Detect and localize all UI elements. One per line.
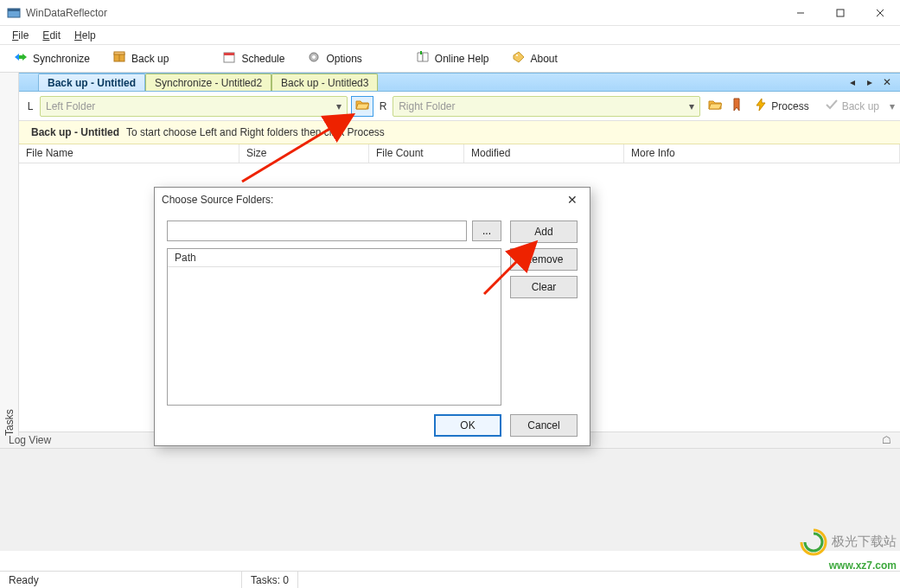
tab-prev-button[interactable]: ◂ — [846, 76, 859, 88]
close-button[interactable] — [860, 0, 900, 26]
dialog-title: Choose Source Folders: — [162, 194, 273, 206]
toolbar-schedule-label: Schedule — [241, 53, 284, 65]
dialog-path-header[interactable]: Path — [168, 249, 501, 267]
tab-backup-untitled[interactable]: Back up - Untitled — [38, 74, 145, 91]
dialog-remove-button[interactable]: Remove — [510, 248, 578, 271]
menu-edit[interactable]: Edit — [35, 28, 67, 43]
toolbar-options[interactable]: Options — [303, 48, 365, 68]
toolbar-online-help-label: Online Help — [435, 53, 489, 65]
col-more-info[interactable]: More Info — [624, 144, 900, 163]
folder-open-icon — [708, 98, 722, 114]
hint-text: To start choose Left and Right folders t… — [126, 126, 385, 138]
svg-point-14 — [312, 55, 316, 59]
left-folder-browse-button[interactable] — [351, 96, 373, 117]
tag-icon — [512, 50, 526, 67]
tab-label: Back up - Untitled — [48, 77, 136, 89]
backup-button[interactable]: Back up — [820, 96, 884, 116]
lightning-icon — [754, 98, 768, 114]
toolbar-schedule[interactable]: Schedule — [219, 48, 288, 68]
left-folder-placeholder: Left Folder — [46, 100, 95, 112]
tab-backup-untitled3[interactable]: Back up - Untitled3 — [271, 74, 378, 91]
process-button[interactable]: Process — [749, 96, 814, 116]
tab-synchronize-untitled2[interactable]: Synchronize - Untitled2 — [145, 74, 271, 91]
toolbar: Synchronize Back up Schedule Options Onl… — [0, 45, 900, 73]
titlebar: WinDataReflector — [0, 0, 900, 26]
dialog-close-button[interactable]: ✕ — [562, 193, 583, 207]
menu-file[interactable]: File — [5, 28, 35, 43]
chevron-down-icon[interactable]: ▾ — [689, 100, 694, 112]
toolbar-online-help[interactable]: Online Help — [412, 48, 493, 68]
sync-arrows-icon — [14, 50, 28, 67]
toolbar-backup-label: Back up — [131, 53, 169, 65]
col-file-name[interactable]: File Name — [19, 144, 239, 163]
log-view-title: Log View — [9, 434, 51, 446]
menu-help[interactable]: Help — [67, 28, 103, 43]
right-folder-input[interactable]: Right Folder ▾ — [393, 96, 700, 117]
watermark: 极光下载站 www.xz7.com — [799, 527, 897, 572]
left-folder-input[interactable]: Left Folder ▾ — [40, 96, 348, 117]
toolbar-backup[interactable]: Back up — [109, 48, 172, 68]
choose-source-folders-dialog: Choose Source Folders: ✕ ... Path Add Re… — [154, 187, 590, 446]
minimize-button[interactable] — [781, 0, 820, 26]
right-folder-browse-button[interactable] — [704, 96, 726, 117]
bookmark-icon[interactable] — [730, 98, 744, 114]
dialog-path-list[interactable]: Path — [167, 248, 501, 406]
left-side-label: L — [24, 100, 36, 112]
log-view — [0, 449, 900, 551]
dialog-titlebar: Choose Source Folders: ✕ — [155, 188, 590, 212]
svg-rect-3 — [837, 10, 844, 16]
svg-rect-1 — [8, 9, 20, 11]
svg-rect-15 — [420, 51, 422, 54]
dialog-ok-button[interactable]: OK — [434, 414, 501, 437]
backup-label: Back up — [842, 100, 879, 112]
right-folder-placeholder: Right Folder — [399, 100, 455, 112]
tab-next-button[interactable]: ▸ — [864, 76, 876, 88]
svg-point-16 — [516, 54, 518, 56]
tab-controls: ◂ ▸ ✕ — [839, 74, 900, 91]
tab-label: Synchronize - Untitled2 — [155, 77, 262, 89]
maximize-button[interactable] — [820, 0, 860, 26]
watermark-url: www.xz7.com — [829, 559, 897, 572]
toolbar-about-label: About — [531, 53, 558, 65]
hint-title: Back up - Untitled — [31, 126, 119, 138]
folder-open-icon — [355, 98, 369, 114]
status-tasks: Tasks: 0 — [242, 572, 298, 588]
process-label: Process — [771, 100, 808, 112]
dialog-cancel-button[interactable]: Cancel — [510, 414, 578, 437]
dialog-clear-button[interactable]: Clear — [510, 276, 578, 298]
dialog-path-input[interactable] — [167, 220, 467, 241]
svg-rect-8 — [114, 52, 124, 54]
backup-box-icon — [112, 50, 126, 67]
toolbar-about[interactable]: About — [508, 48, 561, 68]
tasks-rail-label: Tasks — [3, 81, 16, 436]
calendar-icon — [222, 50, 236, 67]
hintbar: Back up - Untitled To start choose Left … — [19, 121, 900, 144]
svg-rect-10 — [224, 53, 234, 55]
statusbar: Ready Tasks: 0 — [0, 571, 900, 588]
swirl-icon — [799, 527, 828, 557]
check-icon — [825, 98, 839, 114]
tab-label: Back up - Untitled3 — [281, 77, 368, 89]
app-icon — [7, 6, 21, 20]
right-side-label: R — [377, 100, 389, 112]
watermark-cn: 极光下载站 — [832, 534, 897, 549]
chevron-down-icon[interactable]: ▾ — [890, 100, 895, 112]
col-size[interactable]: Size — [239, 144, 369, 163]
book-icon — [416, 50, 430, 67]
tasks-rail[interactable]: Tasks — [0, 73, 19, 436]
menubar: File Edit Help — [0, 26, 900, 45]
dialog-add-button[interactable]: Add — [510, 220, 578, 243]
status-ready: Ready — [0, 572, 242, 588]
window-title: WinDataReflector — [26, 7, 781, 19]
toolbar-options-label: Options — [326, 53, 361, 65]
col-file-count[interactable]: File Count — [369, 144, 464, 163]
chevron-down-icon[interactable]: ▾ — [336, 100, 341, 112]
tab-close-button[interactable]: ✕ — [881, 76, 893, 88]
dialog-browse-button[interactable]: ... — [472, 220, 501, 241]
pin-icon[interactable]: ☖ — [882, 434, 891, 446]
tabstrip: Back up - Untitled Synchronize - Untitle… — [0, 73, 900, 92]
toolbar-synchronize-label: Synchronize — [33, 53, 90, 65]
col-modified[interactable]: Modified — [464, 144, 624, 163]
toolbar-synchronize[interactable]: Synchronize — [10, 48, 93, 68]
folderbar: L Left Folder ▾ R Right Folder ▾ Process… — [19, 92, 900, 121]
